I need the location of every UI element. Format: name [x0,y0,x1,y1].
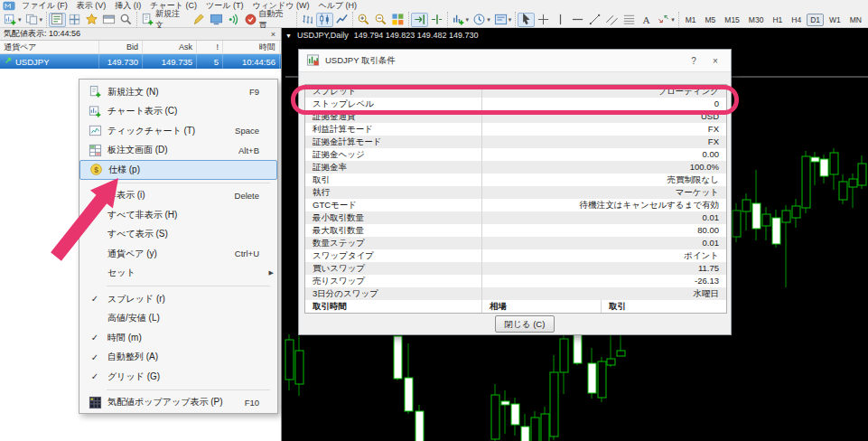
timeframe-m15-button[interactable]: M15 [721,14,743,26]
menu-item-label: 高値/安値 (L) [107,312,259,324]
menu-item-6[interactable]: ヘルプ (H) [313,0,361,12]
zoom-out-icon [374,13,387,26]
context-menu-item-4[interactable]: $仕様 (p) [79,160,277,180]
new-order-button[interactable]: 新規注文 [139,13,191,27]
close-button[interactable]: 閉じる (C) [495,315,555,333]
timeframe-w1-button[interactable]: W1 [826,14,845,26]
fibonacci-button[interactable] [621,13,638,27]
arrows-button[interactable]: ▾ [655,13,677,27]
close-icon[interactable]: × [269,30,277,39]
auto-scroll-button[interactable] [411,13,428,27]
chart-shift-button[interactable] [428,13,445,27]
context-menu-item-6[interactable]: 非表示 (i)Delete [79,186,277,206]
menu-item-shortcut: F10 [245,398,263,408]
spec-row-12: 数量ステップ0.01 [305,237,726,249]
market-watch-titlebar: 気配値表示: 10:44:56 × [0,28,281,41]
menu-item-4[interactable]: ツール (T) [201,0,247,12]
zoom-out-button[interactable] [372,13,389,27]
tile-windows-button[interactable] [389,13,406,27]
timeframe-m5-button[interactable]: M5 [701,14,719,26]
spec-value: 80.00 [481,224,726,237]
column-header[interactable]: 通貨ペア [0,41,99,53]
cursor-button[interactable] [518,13,535,27]
spec-label: 買いスワップ [305,262,481,275]
signals-button[interactable] [225,13,242,27]
text-button[interactable]: A [638,13,655,27]
auto-trading-button[interactable]: 自動売買 [242,13,294,27]
profiles-button[interactable]: ▾ [23,13,45,27]
data-window-icon [68,13,81,26]
sessions-col-time: 取引時間 [305,300,481,313]
community-icon [210,13,223,26]
context-menu-item-18[interactable]: 気配値ポップアップ表示 (P)F10 [79,393,277,413]
trendline-button[interactable] [586,13,603,27]
column-header[interactable]: Bid [99,41,143,53]
data-window-button[interactable] [66,13,83,27]
context-menu-item-13[interactable]: 高値/安値 (L) [79,309,277,329]
terminal-button[interactable] [100,13,117,27]
menu-item-0[interactable]: ファイル (F) [17,0,72,12]
metaeditor-button[interactable] [191,13,208,27]
bar-chart-button[interactable] [299,13,316,27]
timeframe-m30-button[interactable]: M30 [745,14,768,26]
periods-button[interactable]: ▾ [471,13,492,27]
column-header[interactable]: ! [197,41,223,53]
help-icon[interactable]: ? [686,53,702,68]
context-menu-item-15[interactable]: ✓自動整列 (A) [79,348,277,368]
indicators-button[interactable]: ▾ [450,13,471,27]
symbol-row-usdjpy[interactable]: USDJPY149.730149.735510:44:56 [0,54,281,69]
horizontal-line-button[interactable] [569,13,586,27]
community-button[interactable] [208,13,225,27]
column-header[interactable]: 時間 [223,41,280,53]
timeframe-m1-button[interactable]: M1 [682,14,700,26]
new-chart-button[interactable]: ▾ [2,13,23,27]
vertical-line-button[interactable] [552,13,569,27]
spec-label: 証拠金率 [305,161,481,174]
market-watch-button[interactable] [49,13,66,27]
menu-item-label: 気配値ポップアップ表示 (P) [107,396,245,408]
timeframe-h4-button[interactable]: H4 [788,14,805,26]
menu-item-2[interactable]: 挿入 (I) [110,0,145,12]
menu-item-1[interactable]: 表示 (V) [72,0,111,12]
spec-value: 0.00 [481,148,726,161]
spec-value: -26.13 [481,275,726,287]
timeframe-h1-button[interactable]: H1 [769,14,786,26]
context-menu-item-1[interactable]: チャート表示 (C) [79,102,277,122]
context-menu-item-10[interactable]: セット▶ [79,264,277,284]
context-menu-item-0[interactable]: 新規注文 (N)F9 [79,82,277,102]
new-order-icon [141,13,154,26]
chevron-down-icon: ▾ [509,16,512,23]
timeframe-mn-button[interactable]: MN [846,14,865,26]
timeframe-d1-button[interactable]: D1 [807,14,824,26]
spec-label: 数量ステップ [305,237,481,249]
context-menu-item-12[interactable]: ✓スプレッド (r) [79,289,277,309]
navigator-button[interactable] [83,13,100,27]
spec-value: ポイント [481,249,726,262]
collapse-icon[interactable]: ▼ [285,33,292,39]
channel-button[interactable] [603,13,621,27]
context-menu-item-2[interactable]: ティックチャート (T)Space [79,121,277,141]
spec-label: スプレッド [305,85,481,98]
context-menu-item-16[interactable]: ✓グリッド (G) [79,367,277,387]
context-menu-item-14[interactable]: ✓時間 (m) [79,328,277,348]
close-icon[interactable]: × [707,53,723,68]
menu-dom-icon [82,144,107,157]
column-header[interactable]: Ask [143,41,197,53]
zoom-in-button[interactable] [355,13,372,27]
templates-button[interactable]: ▾ [492,13,514,27]
candlestick-button[interactable] [316,13,333,27]
context-menu-item-9[interactable]: 通貨ペア (y)Ctrl+U [79,244,277,264]
menu-item-label: 仕様 (p) [108,164,258,176]
crosshair-button[interactable] [535,13,552,27]
strategy-tester-button[interactable] [117,13,135,27]
bar-chart-icon [301,13,314,26]
line-chart-button[interactable] [333,13,350,27]
toolbar: ▾▾新規注文自動売買▾▾▾A▾M1M5M15M30H1H4D1W1MN [0,12,868,28]
context-menu-item-3[interactable]: 板注文画面 (D)Alt+B [79,141,277,161]
context-menu-item-8[interactable]: すべて表示 (S) [79,225,277,245]
spec-label: 利益計算モード [305,123,481,136]
context-menu-item-7[interactable]: すべて非表示 (H) [79,205,277,225]
menu-specification-icon: $ [83,163,108,176]
spec-value: FX [481,123,726,136]
menu-item-label: すべて表示 (S) [107,228,259,240]
